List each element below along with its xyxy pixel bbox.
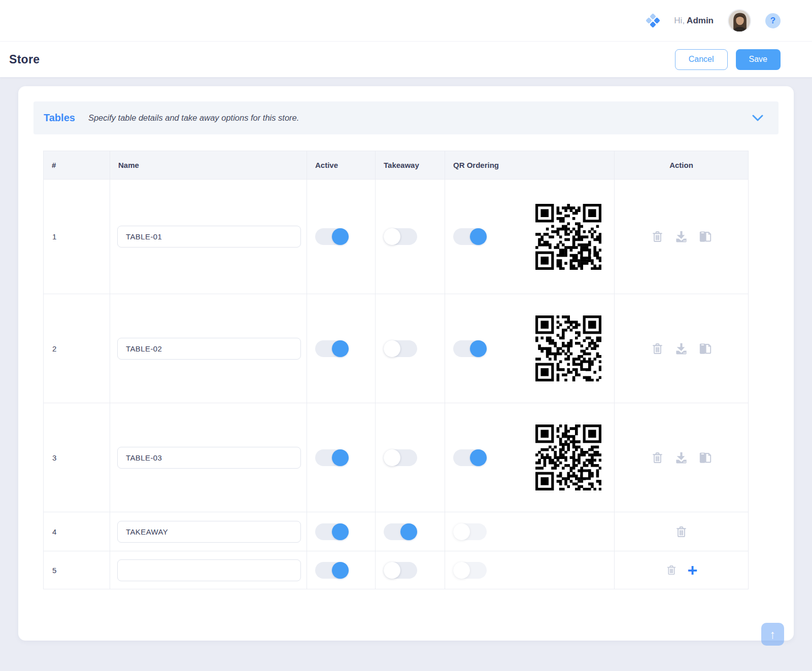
copy-icon [698, 230, 712, 243]
tables-table-wrap: #NameActiveTakeawayQR OrderingAction 1 2… [43, 151, 768, 589]
delete-button[interactable] [665, 564, 678, 576]
plus-icon: + [688, 561, 698, 579]
active-toggle-knob [332, 228, 349, 245]
table-name-input[interactable] [117, 226, 301, 248]
active-toggle-knob [332, 523, 349, 540]
column-header: Action [615, 151, 749, 180]
active-toggle-knob [332, 340, 349, 357]
scroll-top-button[interactable]: ↑ [761, 623, 784, 646]
copy-icon [698, 451, 712, 465]
copy-button[interactable] [698, 230, 712, 243]
download-button[interactable] [674, 230, 688, 243]
avatar-image [729, 10, 751, 32]
add-row-button[interactable]: + [688, 561, 698, 579]
download-button[interactable] [674, 451, 688, 465]
page-title: Store [9, 53, 40, 66]
help-button[interactable]: ? [765, 13, 781, 28]
apps-grid-icon[interactable] [647, 14, 660, 27]
active-toggle[interactable] [315, 562, 349, 579]
tables-table: #NameActiveTakeawayQR OrderingAction 1 2… [43, 151, 749, 589]
active-toggle-knob [332, 449, 349, 466]
active-toggle[interactable] [315, 340, 349, 357]
qr-ordering-toggle[interactable] [453, 340, 487, 357]
qr-ordering-toggle[interactable] [453, 562, 487, 579]
takeaway-toggle[interactable] [384, 340, 417, 357]
qr-code-image [535, 425, 601, 490]
qr-ordering-toggle-knob [453, 562, 470, 579]
takeaway-toggle[interactable] [384, 562, 417, 579]
table-header-row: #NameActiveTakeawayQR OrderingAction [44, 151, 749, 180]
user-greeting: Hi,Admin [674, 16, 714, 26]
copy-button[interactable] [698, 451, 712, 465]
table-row: 5 + [44, 551, 749, 589]
active-toggle[interactable] [315, 228, 349, 245]
qr-code-image [535, 204, 601, 270]
table-body: 1 2 3 [44, 180, 749, 589]
table-name-input[interactable] [117, 338, 301, 360]
table-name-input[interactable] [117, 521, 301, 543]
table-name-input[interactable] [117, 559, 301, 581]
qr-code-image [535, 315, 601, 381]
active-toggle-knob [332, 562, 349, 579]
row-index: 1 [44, 180, 110, 294]
row-index: 5 [44, 551, 110, 589]
delete-button[interactable] [674, 525, 688, 539]
takeaway-toggle-knob [384, 562, 400, 579]
column-header: QR Ordering [445, 151, 615, 180]
save-button[interactable]: Save [736, 49, 781, 70]
qr-ordering-toggle-knob [453, 523, 470, 540]
column-header: # [44, 151, 110, 180]
delete-icon [651, 230, 664, 243]
takeaway-toggle[interactable] [384, 449, 417, 466]
qr-ordering-toggle[interactable] [453, 523, 487, 540]
arrow-up-icon: ↑ [770, 627, 776, 642]
delete-icon [651, 451, 664, 465]
cancel-button[interactable]: Cancel [675, 49, 728, 70]
table-row: 2 [44, 294, 749, 403]
table-row: 1 [44, 180, 749, 294]
section-title: Tables [44, 112, 75, 124]
active-toggle[interactable] [315, 523, 349, 540]
delete-button[interactable] [651, 230, 664, 243]
table-name-input[interactable] [117, 447, 301, 469]
copy-icon [698, 342, 712, 356]
chevron-down-icon[interactable] [752, 115, 763, 122]
topbar: Hi,Admin ? [0, 0, 812, 42]
delete-icon [674, 525, 688, 539]
row-index: 4 [44, 512, 110, 551]
download-icon [674, 342, 688, 356]
takeaway-toggle[interactable] [384, 523, 417, 540]
column-header: Name [110, 151, 307, 180]
page-header: Store Cancel Save [0, 42, 812, 77]
qr-ordering-toggle[interactable] [453, 449, 487, 466]
active-toggle[interactable] [315, 449, 349, 466]
delete-button[interactable] [651, 342, 664, 356]
delete-icon [665, 564, 678, 576]
qr-ordering-toggle-knob [470, 340, 487, 357]
takeaway-toggle-knob [384, 449, 400, 466]
download-icon [674, 451, 688, 465]
section-subtitle: Specify table details and take away opti… [88, 113, 752, 123]
takeaway-toggle-knob [400, 523, 417, 540]
download-button[interactable] [674, 342, 688, 356]
copy-button[interactable] [698, 342, 712, 356]
takeaway-toggle-knob [384, 228, 400, 245]
column-header: Active [307, 151, 376, 180]
tables-section-header: Tables Specify table details and take aw… [33, 101, 779, 134]
store-settings-card: Tables Specify table details and take aw… [18, 86, 794, 641]
takeaway-toggle[interactable] [384, 228, 417, 245]
takeaway-toggle-knob [384, 340, 400, 357]
table-row: 3 [44, 403, 749, 512]
qr-ordering-toggle-knob [470, 228, 487, 245]
qr-ordering-toggle[interactable] [453, 228, 487, 245]
delete-icon [651, 342, 664, 356]
greeting-prefix: Hi, [674, 16, 685, 25]
column-header: Takeaway [376, 151, 445, 180]
row-index: 3 [44, 403, 110, 512]
avatar[interactable] [728, 9, 751, 32]
delete-button[interactable] [651, 451, 664, 465]
qr-ordering-toggle-knob [470, 449, 487, 466]
row-index: 2 [44, 294, 110, 403]
download-icon [674, 230, 688, 243]
greeting-name: Admin [687, 16, 714, 25]
